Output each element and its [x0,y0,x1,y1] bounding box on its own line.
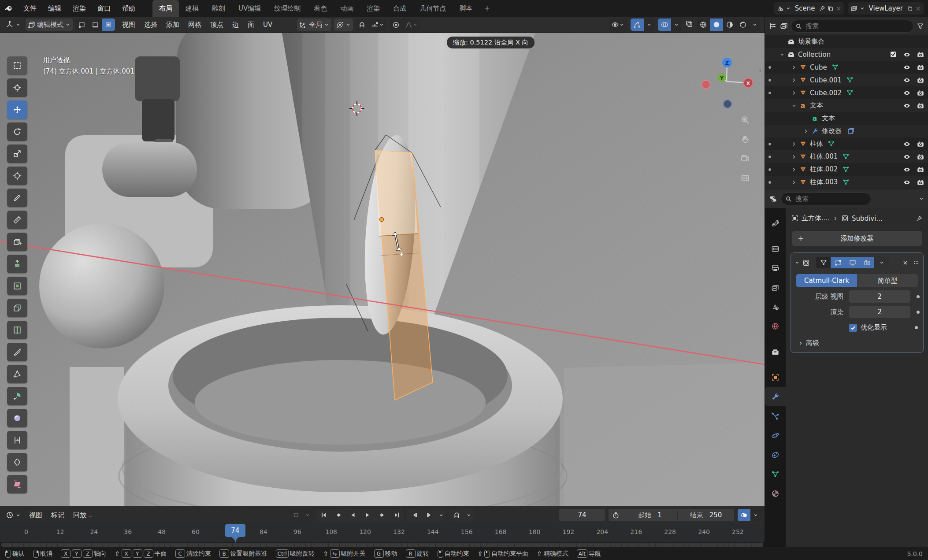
jump-to-start-button[interactable] [316,509,331,521]
expand-chevron-icon[interactable] [794,260,800,265]
step-dropdown[interactable] [436,509,446,521]
viewport-menu-选择[interactable]: 选择 [140,17,162,33]
outliner-item-label[interactable]: 场景集合 [796,37,824,46]
eye-toggle[interactable] [903,51,911,59]
modifier-extras-dropdown[interactable] [874,257,889,268]
properties-tab-collection[interactable] [765,342,786,361]
sync-button[interactable] [738,509,750,521]
show-overlays-button[interactable] [658,19,671,31]
outliner-row-柱体.003[interactable]: 柱体.003 [765,176,928,189]
camera-toggle[interactable] [917,166,924,174]
viewport-menu-添加[interactable]: 添加 [162,17,184,33]
outliner-item-label[interactable]: 柱体.003 [808,178,838,186]
keyframe-dot[interactable] [917,311,920,314]
chevron-right-icon[interactable] [790,167,798,172]
chevron-right-icon[interactable] [790,78,798,83]
eye-toggle[interactable] [903,140,911,148]
chevron-right-icon[interactable] [790,141,798,147]
pin-icon[interactable] [819,5,825,11]
start-frame-field[interactable]: 起始 1 [623,509,677,521]
outliner-item-label[interactable]: 文本 [820,114,835,122]
blender-logo-icon[interactable] [0,4,18,13]
outliner-row-柱体.002[interactable]: 柱体.002 [765,163,928,176]
subdivision-type-简单型[interactable]: 简单型 [857,274,918,287]
outliner-item-label[interactable]: 文本 [808,101,823,110]
workspace-tab-合成[interactable]: 合成 [386,0,413,17]
zoom-view-button[interactable] [737,111,754,128]
new-scene-button[interactable] [828,5,834,11]
transform-orientation-dropdown[interactable]: 全局 [297,19,331,31]
properties-tab-scene[interactable] [765,297,786,316]
subdivision-type-Catmull-Clark[interactable]: Catmull-Clark [796,274,857,287]
edit-mode-display-toggle[interactable] [831,257,845,268]
jump-to-end-button[interactable] [389,509,404,521]
viewport-menu-网格[interactable]: 网格 [184,17,206,33]
outliner-item-label[interactable]: Collection [796,51,831,59]
checkbox-toggle[interactable] [890,51,897,58]
outliner-row-柱体[interactable]: 柱体 [765,137,928,150]
drag-handle[interactable] [913,259,920,266]
tool-knife[interactable] [7,343,27,361]
solid-shading-button[interactable] [710,19,723,31]
properties-tab-output[interactable] [765,258,786,278]
tool-smooth[interactable] [7,409,27,427]
camera-view-button[interactable] [737,150,754,167]
properties-tab-render[interactable] [765,239,786,258]
chevron-right-icon[interactable] [790,65,798,70]
timeline-ruler[interactable]: 0122436486072849610812013214415616818019… [0,524,765,542]
outliner-row-修改器[interactable]: 修改器 [765,125,928,137]
properties-tab-object[interactable] [765,367,786,387]
camera-toggle[interactable] [917,102,924,110]
outliner-item-label[interactable]: 修改器 [820,127,842,135]
tool-inset[interactable] [7,277,27,295]
timeline-menu-标记[interactable]: 标记 [47,511,69,519]
eye-toggle[interactable] [903,178,911,186]
properties-tab-constraints[interactable] [765,445,786,464]
on-cage-toggle[interactable] [816,257,831,268]
chevron-right-icon[interactable] [790,154,798,159]
properties-tab-data[interactable] [765,464,786,484]
properties-tab-physics[interactable] [765,426,786,445]
viewport-menu-视图[interactable]: 视图 [118,17,140,33]
breadcrumb-modifier[interactable]: Subdivi... [852,215,883,223]
eye-toggle[interactable] [903,89,911,97]
snap-target-dropdown[interactable] [368,19,387,31]
outliner-item-label[interactable]: 柱体 [808,140,823,148]
overlays-dropdown[interactable] [671,19,682,31]
tool-edge-slide[interactable] [7,431,27,449]
remove-modifier-button[interactable] [902,260,908,266]
scene-selector[interactable]: Scene [774,2,844,15]
sync-dropdown[interactable] [750,509,761,521]
viewport-menu-边[interactable]: 边 [228,17,243,33]
tool-cursor[interactable] [7,78,27,97]
editor-type-button[interactable] [4,19,23,31]
chevron-right-icon[interactable] [790,180,798,185]
timeline-snap-button[interactable] [449,509,464,521]
properties-search-input[interactable] [794,194,867,203]
render-display-toggle[interactable] [860,257,874,268]
chevron-right-icon[interactable] [802,129,810,134]
outliner-row-Cube[interactable]: Cube [765,61,928,74]
camera-toggle[interactable] [917,178,924,186]
face-select-button[interactable] [102,19,115,31]
outliner-search[interactable] [791,20,913,33]
outliner-search-input[interactable] [805,22,909,30]
menu-3[interactable]: 窗口 [92,4,116,12]
camera-toggle[interactable] [917,76,924,84]
filter-type-dropdown[interactable] [780,22,788,30]
eye-toggle[interactable] [903,76,911,84]
menu-2[interactable]: 渲染 [67,4,92,12]
vertex-select-button[interactable] [75,19,89,31]
outliner-row-场景集合[interactable]: 场景集合 [765,35,928,48]
viewport-menu-面[interactable]: 面 [243,17,259,33]
properties-tab-world[interactable] [765,316,786,336]
pin-icon[interactable] [916,215,922,222]
workspace-tab-动画[interactable]: 动画 [334,0,360,17]
tool-rotate[interactable] [7,122,27,141]
properties-tab-modifiers[interactable] [765,387,786,406]
workspace-tab-雕刻[interactable]: 雕刻 [205,0,232,17]
auto-key-button[interactable] [290,509,302,521]
outliner-row-Cube.002[interactable]: Cube.002 [765,86,928,99]
outliner-item-label[interactable]: 柱体.001 [808,152,838,161]
menu-1[interactable]: 编辑 [42,4,67,12]
